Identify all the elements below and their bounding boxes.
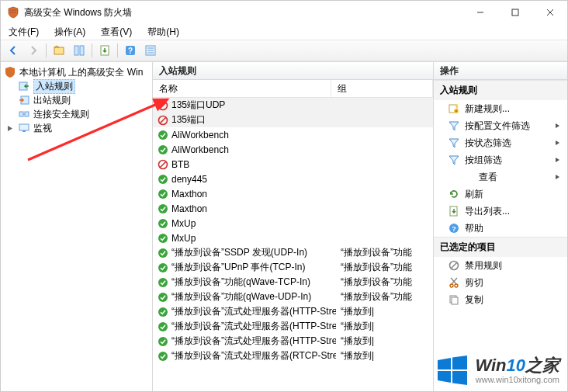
allow-icon xyxy=(158,262,168,273)
action-label: 新建规则... xyxy=(465,102,510,116)
tree-pane: 本地计算机 上的高级安全 Win 入站规则 出站规则 连接安全规则 xyxy=(1,62,153,391)
tree-root[interactable]: 本地计算机 上的高级安全 Win xyxy=(4,65,149,79)
rule-row[interactable]: “播放到设备”功能(qWave-UDP-In)“播放到设备”功能 xyxy=(153,290,433,304)
svg-point-31 xyxy=(158,175,168,184)
help-button[interactable]: ? xyxy=(121,41,140,60)
tree-item-inbound[interactable]: 入站规则 xyxy=(4,79,149,93)
copy-icon xyxy=(448,293,460,306)
rule-name: “播放到设备”SSDP 发现(UDP-In) xyxy=(171,246,307,259)
submenu-arrow-icon xyxy=(555,154,561,165)
action-filter-state[interactable]: 按状态筛选 xyxy=(434,134,567,151)
rule-row[interactable]: “播放到设备”SSDP 发现(UDP-In)“播放到设备”功能 xyxy=(153,245,433,260)
menu-view[interactable]: 查看(V) xyxy=(98,24,135,40)
menu-help[interactable]: 帮助(H) xyxy=(144,24,182,40)
export-button[interactable] xyxy=(95,41,114,60)
action-label: 按组筛选 xyxy=(465,154,502,167)
allow-icon xyxy=(158,292,168,303)
rule-row[interactable]: AliWorkbench xyxy=(153,142,433,157)
rule-row[interactable]: “播放到设备”流式处理服务器(HTTP-Stre...“播放到| xyxy=(153,334,433,349)
rule-row[interactable]: Maxthon xyxy=(153,186,433,201)
svg-text:?: ? xyxy=(128,47,133,55)
rule-name: 135端口UDP xyxy=(171,99,225,112)
rule-row[interactable]: 135端口 xyxy=(153,113,433,127)
properties-button[interactable] xyxy=(141,41,160,60)
tree-item-connsec[interactable]: 连接安全规则 xyxy=(4,107,149,121)
tree-item-outbound[interactable]: 出站规则 xyxy=(4,93,149,107)
rule-name: Maxthon xyxy=(171,189,207,199)
window-controls xyxy=(462,1,567,24)
svg-line-50 xyxy=(451,262,457,269)
rule-row[interactable]: MxUp xyxy=(153,231,433,245)
allow-icon xyxy=(158,203,168,214)
actions-header: 操作 xyxy=(434,62,567,80)
rule-row[interactable]: AliWorkbench xyxy=(153,127,433,142)
show-hide-button[interactable] xyxy=(70,41,88,60)
rule-name: AliWorkbench xyxy=(171,144,229,155)
svg-point-41 xyxy=(158,322,168,331)
expander-icon[interactable] xyxy=(6,124,15,133)
view-icon xyxy=(462,171,474,183)
rule-row[interactable]: 135端口UDP xyxy=(153,98,433,113)
toolbar-separator xyxy=(46,43,47,57)
action-label: 按状态筛选 xyxy=(465,137,511,150)
action-new-rule[interactable]: 新建规则... xyxy=(434,100,567,117)
nav-tree[interactable]: 本地计算机 上的高级安全 Win 入站规则 出站规则 连接安全规则 xyxy=(1,62,152,138)
back-button[interactable] xyxy=(4,41,23,60)
rule-row[interactable]: “播放到设备”流式处理服务器(HTTP-Stre...“播放到| xyxy=(153,319,433,334)
forward-button[interactable] xyxy=(24,41,43,60)
menu-file[interactable]: 文件(F) xyxy=(5,24,42,40)
action-label: 导出列表... xyxy=(465,205,510,218)
tree-label-inbound: 入站规则 xyxy=(33,79,75,94)
rule-group: “播放到设备”功能 xyxy=(336,246,433,259)
rule-row[interactable]: “播放到设备”UPnP 事件(TCP-In)“播放到设备”功能 xyxy=(153,260,433,275)
column-header[interactable]: 名称 组 xyxy=(153,80,433,98)
rule-row[interactable]: Maxthon xyxy=(153,201,433,216)
allow-icon xyxy=(158,351,168,362)
wm-post: 之家 xyxy=(525,356,559,375)
svg-rect-3 xyxy=(512,9,518,16)
wm-accent: 10 xyxy=(507,356,525,375)
rule-row[interactable]: “播放到设备”流式处理服务器(HTTP-Stre...“播放到| xyxy=(153,304,433,319)
rule-row[interactable]: “播放到设备”功能(qWave-TCP-In)“播放到设备”功能 xyxy=(153,275,433,290)
svg-rect-7 xyxy=(74,46,78,55)
action-disable-rule[interactable]: 禁用规则 xyxy=(434,257,567,274)
svg-point-42 xyxy=(158,337,168,346)
rule-row[interactable]: “播放到设备”流式处理服务器(RTCP-Stre...“播放到| xyxy=(153,349,433,363)
col-name[interactable]: 名称 xyxy=(153,80,331,97)
action-filter-profile[interactable]: 按配置文件筛选 xyxy=(434,117,567,134)
connsec-icon xyxy=(18,108,30,120)
new-rule-icon xyxy=(448,102,460,115)
allow-icon xyxy=(158,307,168,317)
close-button[interactable] xyxy=(532,1,567,24)
up-button[interactable] xyxy=(50,41,68,60)
rule-row[interactable]: MxUp xyxy=(153,216,433,231)
outbound-icon xyxy=(18,94,30,106)
allow-icon xyxy=(158,130,168,140)
svg-point-28 xyxy=(158,145,168,154)
rule-row[interactable]: BTB xyxy=(153,157,433,172)
action-copy[interactable]: 复制 xyxy=(434,291,567,308)
rule-group: “播放到| xyxy=(336,335,433,348)
rules-list[interactable]: 135端口UDP135端口AliWorkbenchAliWorkbenchBTB… xyxy=(153,98,433,391)
col-group[interactable]: 组 xyxy=(331,80,433,97)
wm-pre: Win xyxy=(475,356,506,375)
action-label: 复制 xyxy=(465,293,483,307)
menu-action[interactable]: 操作(A) xyxy=(51,24,88,40)
titlebar: 高级安全 Windows 防火墙 xyxy=(1,1,567,24)
rule-row[interactable]: deny445 xyxy=(153,172,433,186)
toolbar-separator xyxy=(92,43,92,57)
action-refresh[interactable]: 刷新 xyxy=(434,186,567,203)
action-filter-group[interactable]: 按组筛选 xyxy=(434,151,567,168)
action-export[interactable]: 导出列表... xyxy=(434,203,567,220)
minimize-button[interactable] xyxy=(462,1,497,24)
disable-rule-icon xyxy=(448,259,460,272)
tree-item-monitor[interactable]: 监视 xyxy=(4,121,149,135)
action-help[interactable]: ?帮助 xyxy=(434,220,567,237)
maximize-button[interactable] xyxy=(497,1,532,24)
action-view[interactable]: 查看 xyxy=(434,168,567,186)
rule-group: “播放到| xyxy=(336,305,433,318)
watermark-url: www.win10xitong.com xyxy=(475,375,559,384)
rule-name: “播放到设备”功能(qWave-UDP-In) xyxy=(171,290,311,304)
action-cut[interactable]: 剪切 xyxy=(434,274,567,291)
menubar: 文件(F) 操作(A) 查看(V) 帮助(H) xyxy=(1,24,567,40)
